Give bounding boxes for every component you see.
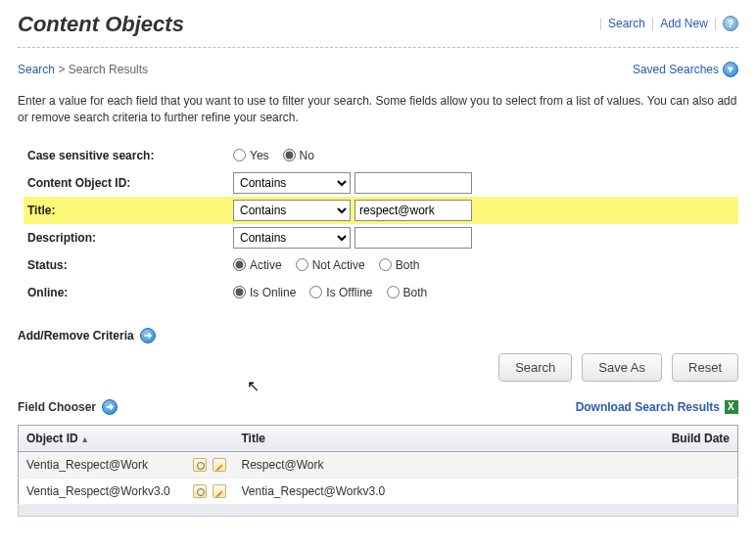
label-case-sensitive: Case sensitive search: [24, 149, 229, 162]
top-link-search[interactable]: Search [608, 17, 645, 30]
cell-objectid: Ventia_Respect@Work [26, 458, 148, 472]
radio-online-isoffline[interactable] [309, 286, 322, 298]
separator: | [599, 17, 602, 30]
add-remove-label: Add/Remove Criteria [18, 329, 134, 342]
radio-status-both[interactable] [379, 258, 392, 271]
reset-button[interactable]: Reset [672, 353, 738, 382]
results-table: Object ID Title Build Date Ventia_Respec… [18, 425, 738, 505]
table-row[interactable]: Ventia_Respect@Work Respect@Work [19, 451, 738, 478]
radio-status-notactive[interactable] [296, 258, 308, 271]
label-active: Active [250, 258, 282, 272]
top-links: | Search | Add New | ? [599, 12, 738, 31]
label-yes: Yes [250, 149, 269, 162]
radio-case-yes[interactable] [233, 149, 246, 161]
cell-builddate [640, 478, 738, 504]
cell-objectid: Ventia_Respect@Workv3.0 [26, 484, 170, 498]
label-online: Online: [24, 286, 229, 299]
saved-searches[interactable]: Saved Searches [633, 62, 738, 77]
select-coid-operator[interactable]: Contains [233, 172, 351, 194]
radio-online-both[interactable] [387, 286, 400, 298]
edit-icon[interactable] [213, 458, 226, 472]
breadcrumb-search[interactable]: Search [18, 63, 55, 76]
add-remove-criteria[interactable]: Add/Remove Criteria [18, 328, 738, 343]
col-header-title[interactable]: Title [234, 425, 640, 451]
label-isoffline: Is Offline [326, 286, 372, 299]
select-title-operator[interactable]: Contains [233, 200, 351, 221]
chevron-down-icon [723, 62, 738, 77]
label-content-object-id: Content Object ID: [24, 176, 229, 190]
label-status: Status: [24, 258, 229, 272]
col-header-builddate[interactable]: Build Date [640, 425, 738, 451]
label-online-both: Both [403, 286, 428, 299]
excel-icon [725, 400, 738, 414]
label-description: Description: [24, 231, 229, 245]
radio-case-no[interactable] [283, 149, 296, 161]
label-no: No [300, 149, 314, 162]
separator: | [651, 17, 654, 30]
cell-title: Ventia_Respect@Workv3.0 [234, 478, 640, 504]
breadcrumb-sep: > [58, 63, 68, 76]
label-isonline: Is Online [250, 286, 296, 299]
field-chooser[interactable]: Field Chooser [18, 399, 118, 415]
breadcrumb: Search > Search Results [18, 63, 148, 76]
top-link-add-new[interactable]: Add New [660, 17, 708, 30]
label-title: Title: [24, 204, 229, 217]
save-as-button[interactable]: Save As [582, 353, 662, 382]
intro-text: Enter a value for each field that you wa… [18, 93, 738, 126]
saved-searches-label: Saved Searches [633, 63, 719, 76]
input-description-value[interactable] [354, 227, 472, 249]
view-icon[interactable] [193, 484, 207, 498]
field-chooser-label: Field Chooser [18, 400, 96, 414]
radio-online-isonline[interactable] [233, 286, 246, 298]
label-notactive: Not Active [312, 258, 365, 272]
view-icon[interactable] [193, 458, 207, 472]
breadcrumb-results: Search Results [69, 63, 148, 76]
arrow-right-icon [140, 328, 156, 343]
search-button[interactable]: Search [498, 353, 572, 382]
cell-builddate [640, 451, 738, 478]
input-title-value[interactable] [354, 200, 472, 221]
help-icon[interactable]: ? [723, 16, 738, 31]
label-status-both: Both [396, 258, 420, 272]
select-description-operator[interactable]: Contains [233, 227, 351, 249]
separator: | [714, 17, 717, 30]
radio-status-active[interactable] [233, 258, 246, 271]
page-title: Content Objects [18, 12, 184, 37]
download-results-label: Download Search Results [576, 400, 720, 414]
edit-icon[interactable] [213, 484, 226, 498]
table-row[interactable]: Ventia_Respect@Workv3.0 Ventia_Respect@W… [19, 478, 738, 504]
col-header-objectid[interactable]: Object ID [19, 425, 234, 451]
cell-title: Respect@Work [234, 451, 640, 478]
arrow-right-icon [102, 399, 118, 415]
input-coid-value[interactable] [354, 172, 472, 194]
table-footer-bar [18, 505, 738, 517]
divider [18, 47, 738, 48]
search-form: Case sensitive search: Yes No Content Ob… [24, 142, 738, 306]
download-results[interactable]: Download Search Results [576, 400, 738, 414]
